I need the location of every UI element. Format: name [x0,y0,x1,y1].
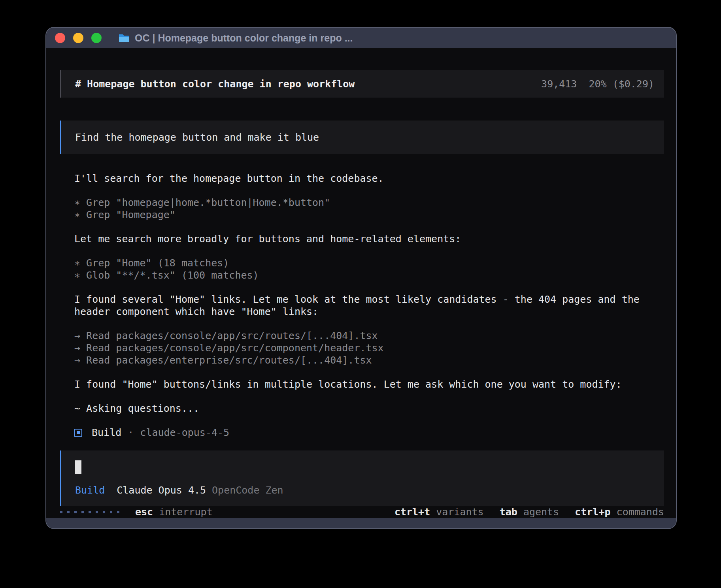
spinner-dot [96,511,98,513]
transcript: I'll search for the homepage button in t… [74,172,664,439]
dot-separator: · [128,426,134,439]
variants-hint: ctrl+t variants [394,506,484,518]
window-title: OC | Homepage button color change in rep… [135,32,353,44]
tool-call-read: → Read packages/console/app/src/componen… [74,342,664,354]
tool-call-grep: ∗ Grep "homepage|home.*button|Home.*butt… [74,196,664,209]
spinner-dot [103,511,105,513]
status-bar: esc interrupt ctrl+t variants tab agents… [60,506,664,518]
spinner-dot [89,511,91,513]
spinner-dot [110,511,112,513]
variants-label: variants [436,506,483,518]
spinner-dot [60,511,62,513]
terminal: # Homepage button color change in repo w… [46,48,676,518]
tool-call-grep: ∗ Grep "Home" (18 matches) [74,257,664,269]
session-header: # Homepage button color change in repo w… [60,70,664,98]
tool-call-read: → Read packages/console/app/src/routes/[… [74,330,664,342]
spinner-dots [60,511,124,513]
context-cost: 20% ($0.29) [589,78,654,90]
esc-interrupt-hint: esc interrupt [135,506,213,518]
commands-label: commands [617,506,664,518]
commands-hint: ctrl+p commands [575,506,664,518]
agents-hint: tab agents [500,506,559,518]
input-agent-name[interactable]: Build [75,484,105,496]
agents-key: tab [500,506,523,518]
spinner-dot [74,511,77,513]
variants-key: ctrl+t [394,506,436,518]
assistant-text: Let me search more broadly for buttons a… [74,233,664,245]
esc-label: interrupt [159,506,212,518]
zoom-button[interactable] [91,33,102,43]
prompt-input[interactable]: Build Claude Opus 4.5 OpenCode Zen [60,450,664,506]
assistant-text: I'll search for the homepage button in t… [74,172,664,185]
session-stats: 39,41320% ($0.29) [541,78,654,90]
user-message: Find the homepage button and make it blu… [60,121,664,154]
assistant-text: I found several "Home" links. Let me loo… [74,293,664,318]
shortcut-hints: ctrl+t variants tab agents ctrl+p comman… [379,506,664,518]
assistant-text: I found "Home" buttons/links in multiple… [74,378,664,390]
window-bottom-strip [46,518,676,528]
session-title: # Homepage button color change in repo w… [75,78,355,90]
task-agent-name: Build [92,426,121,439]
asking-questions-status: ~ Asking questions... [74,402,664,415]
token-count: 39,413 [541,78,577,90]
spinner-dot [117,511,119,513]
spinner-dot [81,511,84,513]
esc-key: esc [135,506,159,518]
tool-call-glob: ∗ Glob "**/*.tsx" (100 matches) [74,269,664,281]
commands-key: ctrl+p [575,506,616,518]
agents-label: agents [523,506,559,518]
close-button[interactable] [55,33,65,43]
spinner-dot [67,511,70,513]
minimize-button[interactable] [73,33,83,43]
folder-icon [118,33,130,43]
agent-square-icon [74,429,82,437]
user-message-text: Find the homepage button and make it blu… [75,131,650,143]
app-window: OC | Homepage button color change in rep… [45,27,677,529]
titlebar: OC | Homepage button color change in rep… [46,28,676,48]
tool-call-grep: ∗ Grep "Homepage" [74,209,664,221]
tool-call-read: → Read packages/enterprise/src/routes/[.… [74,354,664,366]
input-model-name: Claude Opus 4.5 [117,484,206,496]
task-model-name: claude-opus-4-5 [140,426,229,439]
text-cursor [75,460,81,474]
input-provider-name: OpenCode Zen [212,484,283,496]
task-status-row: Build · claude-opus-4-5 [74,426,664,439]
input-agent-row: Build Claude Opus 4.5 OpenCode Zen [75,484,650,496]
